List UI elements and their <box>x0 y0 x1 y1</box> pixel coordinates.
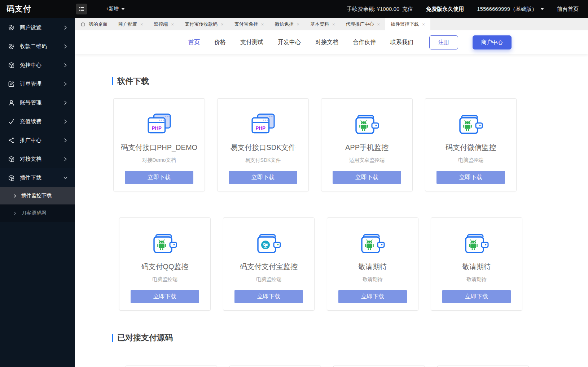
download-button[interactable]: 立即下载 <box>229 171 297 184</box>
php-windows-icon <box>249 113 277 136</box>
card-title: 易支付接口SDK文件 <box>230 143 295 152</box>
nav-link-pricing[interactable]: 价格 <box>214 39 226 46</box>
share-icon <box>8 137 15 144</box>
download-button[interactable]: 立即下载 <box>338 290 407 303</box>
add-new-label: +新增 <box>106 6 119 12</box>
nav-link-dev-center[interactable]: 开发中心 <box>278 39 301 46</box>
tab-label: 支付宝传收款码 <box>185 21 218 27</box>
list-icon <box>78 5 85 13</box>
cube-icon <box>8 156 15 163</box>
close-icon[interactable]: × <box>377 22 380 27</box>
chevron-right-icon <box>13 194 17 198</box>
card-row-1: 码支付接口PHP_DEMO 对接Demo文档 立即下载 易支付接口SDK文件 易… <box>113 98 588 191</box>
download-card: 码支付接口PHP_DEMO 对接Demo文档 立即下载 <box>113 98 205 191</box>
close-icon[interactable]: × <box>297 22 299 27</box>
nav-link-api-docs[interactable]: 对接文档 <box>315 39 338 46</box>
chevron-right-icon <box>13 211 17 215</box>
close-icon[interactable]: × <box>171 22 174 27</box>
card-title: 码支付QQ监控 <box>141 262 188 272</box>
sidebar-item-qrcode[interactable]: 收款二维码 <box>0 37 75 56</box>
close-icon[interactable]: × <box>261 22 264 27</box>
topbar: 码支付 +新增 手续费余额: ¥1000.00 充值 免费版永久使用 15566… <box>0 0 588 18</box>
tab-label: 商户配置 <box>118 21 137 27</box>
sidebar-item-free-hang-center[interactable]: 免挂中心 <box>0 56 75 74</box>
card-subtitle: 电脑监控端 <box>256 276 281 283</box>
sidebar-item-label: 商户设置 <box>20 24 41 31</box>
topbar-right: 手续费余额: ¥1000.00 充值 免费版永久使用 15566669999（基… <box>347 6 588 13</box>
download-button[interactable]: 立即下载 <box>436 171 505 184</box>
app-logo: 码支付 <box>0 4 75 14</box>
tab-alipay-free-hang[interactable]: 支付宝免挂 × <box>229 18 269 30</box>
close-icon[interactable]: × <box>332 22 335 27</box>
add-new-dropdown[interactable]: +新增 <box>106 6 125 12</box>
close-icon[interactable]: × <box>140 22 143 27</box>
download-card: 易支付接口SDK文件 易支付SDK文件 立即下载 <box>217 98 309 191</box>
sidebar-item-plugin-download[interactable]: 插件下载 <box>0 168 75 187</box>
wallet-android-icon <box>457 113 484 136</box>
chevron-right-icon <box>63 63 68 68</box>
section-software-download: 软件下载 <box>112 76 588 87</box>
home-icon <box>80 22 85 27</box>
download-card: APP手机监控 适用安卓监控端 立即下载 <box>321 98 413 191</box>
sidebar-item-api-docs[interactable]: 对接文档 <box>0 150 75 168</box>
chevron-down-icon <box>63 176 68 180</box>
download-button[interactable]: 立即下载 <box>125 171 193 184</box>
card-row-partial <box>126 366 588 367</box>
card-title: 码支付支付宝监控 <box>240 262 298 272</box>
free-version-badge: 免费版永久使用 <box>426 6 464 13</box>
collapse-sidebar-button[interactable] <box>76 4 87 14</box>
tab-merchant-config[interactable]: 商户配置 × <box>113 18 149 30</box>
download-card <box>333 366 425 367</box>
chevron-right-icon <box>63 25 68 30</box>
tab-monitor-client[interactable]: 监控端 × <box>149 18 180 30</box>
tab-my-desktop[interactable]: 我的桌面 <box>75 18 113 30</box>
sidebar-item-label: 对接文档 <box>20 156 41 163</box>
download-button[interactable]: 立即下载 <box>234 290 303 303</box>
download-button[interactable]: 立即下载 <box>333 171 401 184</box>
tab-basic-info[interactable]: 基本资料 × <box>305 18 341 30</box>
sidebar-item-recharge-renewal[interactable]: 充值续费 <box>0 112 75 131</box>
merchant-center-button[interactable]: 商户中心 <box>473 35 512 49</box>
download-button[interactable]: 立即下载 <box>442 290 511 303</box>
sidebar-item-account-management[interactable]: 账号管理 <box>0 93 75 112</box>
close-icon[interactable]: × <box>422 22 425 27</box>
sidebar-subitem-daoke-source[interactable]: 刀客源码网 <box>0 204 75 222</box>
sidebar-item-order-management[interactable]: 订单管理 <box>0 74 75 93</box>
download-button[interactable]: 立即下载 <box>131 290 199 303</box>
account-dropdown[interactable]: 15566669999（基础版） <box>477 6 544 13</box>
card-subtitle: 对接Demo文档 <box>142 157 176 164</box>
sidebar-submenu: 插件监控下载 刀客源码网 <box>0 187 75 222</box>
card-subtitle: 易支付SDK文件 <box>245 157 281 164</box>
nav-link-home[interactable]: 首页 <box>188 39 200 46</box>
front-home-link[interactable]: 前台首页 <box>557 6 579 13</box>
card-title: 码支付微信监控 <box>446 143 496 152</box>
card-subtitle: 敬请期待 <box>363 276 383 283</box>
tab-plugin-monitor-download[interactable]: 插件监控下载 × <box>385 18 430 30</box>
card-title: 敬请期待 <box>358 262 387 272</box>
sidebar-item-promotion-center[interactable]: 推广中心 <box>0 131 75 150</box>
fee-balance: 手续费余额: ¥1000.00 充值 <box>347 6 413 13</box>
tab-agent-promotion-center[interactable]: 代理推广中心 × <box>341 18 386 30</box>
sidebar-item-label: 收款二维码 <box>20 43 47 50</box>
nav-link-payment-test[interactable]: 支付测试 <box>240 39 263 46</box>
nav-link-contact-us[interactable]: 联系我们 <box>390 39 413 46</box>
nav-link-partners[interactable]: 合作伙伴 <box>353 39 376 46</box>
register-button[interactable]: 注册 <box>429 35 458 49</box>
cube-icon <box>8 62 15 69</box>
sidebar-item-merchant-settings[interactable]: 商户设置 <box>0 18 75 37</box>
close-icon[interactable]: × <box>221 22 224 27</box>
section-title: 软件下载 <box>117 76 149 87</box>
card-subtitle: 电脑监控端 <box>458 157 483 164</box>
download-card <box>437 366 529 367</box>
card-subtitle: 敬请期待 <box>466 276 487 283</box>
tab-wechat-free-hang[interactable]: 微信免挂 × <box>269 18 305 30</box>
wallet-android-icon <box>353 113 381 136</box>
sidebar-subitem-plugin-monitor-download[interactable]: 插件监控下载 <box>0 187 75 204</box>
tab-alipay-qrcode[interactable]: 支付宝传收款码 × <box>179 18 229 30</box>
chevron-right-icon <box>63 138 68 143</box>
sidebar-item-label: 推广中心 <box>20 137 41 144</box>
download-card: 敬请期待 敬请期待 立即下载 <box>431 217 522 311</box>
recharge-link[interactable]: 充值 <box>402 6 413 13</box>
card-title: 敬请期待 <box>462 262 491 272</box>
tab-label: 代理推广中心 <box>346 21 374 27</box>
